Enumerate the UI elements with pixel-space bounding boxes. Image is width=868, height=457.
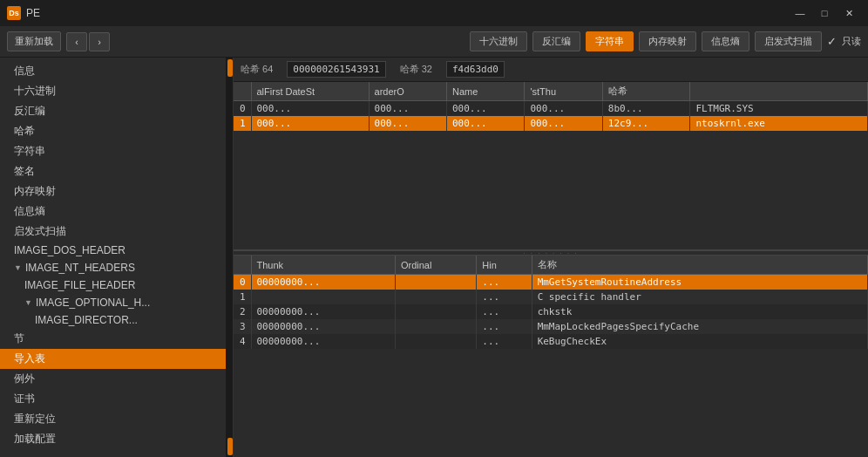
- cell-alfirst-0: 000...: [251, 101, 369, 117]
- sidebar-item-load-config[interactable]: 加载配置: [0, 429, 226, 449]
- col-ordinal[interactable]: Ordinal: [395, 256, 476, 275]
- app-icon: Ds: [7, 6, 21, 20]
- cell-ordinal-l1: [395, 290, 476, 304]
- col-hint[interactable]: Hin: [477, 256, 532, 275]
- sidebar-item-relocations[interactable]: 重新定位: [0, 409, 226, 429]
- table-row[interactable]: 2 00000000... ... chkstk: [234, 304, 868, 319]
- sidebar-item-directory[interactable]: IMAGE_DIRECTOR...: [0, 311, 226, 329]
- upper-table-container[interactable]: alFirst DateSt arderO Name 'stThu 哈希 0 0…: [234, 82, 868, 250]
- tab-memmap[interactable]: 内存映射: [639, 31, 696, 51]
- cell-ordinal-l4: [395, 334, 476, 349]
- expand-arrow-opt: ▼: [24, 298, 32, 307]
- cell-thunk-l0: 00000000...: [251, 275, 395, 290]
- col-num: [234, 82, 251, 101]
- cell-hash-0: 8b0...: [602, 101, 690, 117]
- cell-stThu-1: 000...: [525, 116, 602, 131]
- cell-name-l1: C specific handler: [532, 290, 867, 304]
- col-alFirst[interactable]: alFirst DateSt: [251, 82, 369, 101]
- cell-name-1: 000...: [446, 116, 524, 131]
- forward-button[interactable]: ›: [89, 32, 110, 51]
- sidebar-item-file-header[interactable]: IMAGE_FILE_HEADER: [0, 276, 226, 294]
- table-row[interactable]: 0 000... 000... 000... 000... 8b0... FLT…: [234, 101, 868, 117]
- cell-arder-0: 000...: [369, 101, 446, 117]
- tab-hex[interactable]: 十六进制: [470, 31, 527, 51]
- nt-headers-group: ▼ IMAGE_NT_HEADERS: [14, 262, 215, 274]
- cell-name-l4: KeBugCheckEx: [532, 334, 867, 349]
- close-button[interactable]: ✕: [837, 4, 861, 22]
- sidebar-item-nt-headers[interactable]: ▼ IMAGE_NT_HEADERS: [0, 259, 226, 276]
- sidebar-item-hex[interactable]: 十六进制: [0, 81, 226, 101]
- sidebar-item-disasm[interactable]: 反汇编: [0, 101, 226, 121]
- cell-ordinal-l3: [395, 319, 476, 334]
- optional-header-group: ▼ IMAGE_OPTIONAL_H...: [24, 297, 215, 309]
- sidebar-item-signature[interactable]: 签名: [0, 161, 226, 181]
- col-filename: [690, 82, 868, 101]
- hash-row: 哈希 64 000000261543931 哈希 32 f4d63dd0: [234, 58, 868, 82]
- hash32-value: f4d63dd0: [446, 61, 505, 78]
- cell-hash-1: 12c9...: [602, 116, 690, 131]
- window-controls: — □ ✕: [788, 4, 861, 22]
- col-stThu[interactable]: 'stThu: [525, 82, 602, 101]
- tab-disasm[interactable]: 反汇编: [532, 31, 580, 51]
- col-hash[interactable]: 哈希: [602, 82, 690, 101]
- cell-thunk-l1: [251, 290, 395, 304]
- table-row[interactable]: 3 00000000... ... MmMapLockedPagesSpecif…: [234, 319, 868, 334]
- cell-hint-l1: ...: [477, 290, 532, 304]
- cell-ordinal-l2: [395, 304, 476, 319]
- col-name[interactable]: Name: [446, 82, 524, 101]
- cell-name-l3: MmMapLockedPagesSpecifyCache: [532, 319, 867, 334]
- left-scrollbar[interactable]: [227, 58, 234, 457]
- upper-table: alFirst DateSt arderO Name 'stThu 哈希 0 0…: [234, 82, 868, 131]
- tab-heuristic[interactable]: 启发式扫描: [755, 31, 822, 51]
- table-row[interactable]: 1 000... 000... 000... 000... 12c9... nt…: [234, 116, 868, 131]
- cell-hint-l4: ...: [477, 334, 532, 349]
- row-num-l4: 4: [234, 334, 251, 349]
- hash64-label: 哈希 64: [241, 63, 273, 76]
- sidebar-item-hash[interactable]: 哈希: [0, 121, 226, 141]
- sidebar-item-info[interactable]: 信息: [0, 61, 226, 81]
- upper-table-header-row: alFirst DateSt arderO Name 'stThu 哈希: [234, 82, 868, 101]
- cell-stThu-0: 000...: [525, 101, 602, 117]
- col-thunk[interactable]: Thunk: [251, 256, 395, 275]
- check-icon[interactable]: ✓: [827, 35, 837, 48]
- maximize-button[interactable]: □: [812, 4, 837, 22]
- minimize-button[interactable]: —: [788, 4, 812, 22]
- toolbar-tabs: 十六进制 反汇编 字符串 内存映射 信息熵 启发式扫描 ✓ 只读: [470, 31, 861, 51]
- sidebar-item-strings[interactable]: 字符串: [0, 141, 226, 161]
- cell-hint-l2: ...: [477, 304, 532, 319]
- table-row[interactable]: 4 00000000... ... KeBugCheckEx: [234, 334, 868, 349]
- cell-hint-l3: ...: [477, 319, 532, 334]
- window-title: PE: [26, 7, 40, 19]
- lower-table-container[interactable]: Thunk Ordinal Hin 名称 0 00000000... ...: [234, 256, 868, 457]
- expand-arrow-nt: ▼: [14, 263, 22, 272]
- sidebar-item-sections[interactable]: 节: [0, 329, 226, 349]
- hash32-label: 哈希 32: [400, 63, 432, 76]
- col-arder[interactable]: arderO: [369, 82, 446, 101]
- toolbar: 重新加载 ‹ › 十六进制 反汇编 字符串 内存映射 信息熵 启发式扫描 ✓ 只…: [0, 26, 868, 58]
- row-num-1: 1: [234, 116, 251, 131]
- back-button[interactable]: ‹: [66, 32, 87, 51]
- cell-thunk-l4: 00000000...: [251, 334, 395, 349]
- sidebar-item-exceptions[interactable]: 例外: [0, 369, 226, 389]
- sidebar-item-entropy[interactable]: 信息熵: [0, 201, 226, 222]
- tab-entropy[interactable]: 信息熵: [702, 31, 749, 51]
- table-row[interactable]: 0 00000000... ... MmGetSystemRoutineAddr…: [234, 275, 868, 290]
- reload-button[interactable]: 重新加载: [7, 31, 61, 51]
- cell-name-0: 000...: [446, 101, 524, 117]
- sidebar-item-optional-header[interactable]: ▼ IMAGE_OPTIONAL_H...: [0, 294, 226, 311]
- sidebar-item-dos-header[interactable]: IMAGE_DOS_HEADER: [0, 242, 226, 259]
- sidebar-item-memmap[interactable]: 内存映射: [0, 181, 226, 201]
- titlebar-left: Ds PE: [7, 6, 40, 20]
- col-func-name[interactable]: 名称: [532, 256, 867, 275]
- sidebar-item-heuristic[interactable]: 启发式扫描: [0, 222, 226, 242]
- table-row[interactable]: 1 ... C specific handler: [234, 290, 868, 304]
- cell-thunk-l3: 00000000...: [251, 319, 395, 334]
- row-num-l3: 3: [234, 319, 251, 334]
- nav-buttons: ‹ ›: [66, 32, 110, 51]
- tab-strings[interactable]: 字符串: [586, 31, 634, 51]
- sidebar-item-imports[interactable]: 导入表: [0, 349, 226, 369]
- lower-table: Thunk Ordinal Hin 名称 0 00000000... ...: [234, 256, 868, 349]
- cell-ordinal-l0: [395, 275, 476, 290]
- sidebar-item-certificates[interactable]: 证书: [0, 389, 226, 409]
- scroll-thumb-top: [227, 59, 233, 77]
